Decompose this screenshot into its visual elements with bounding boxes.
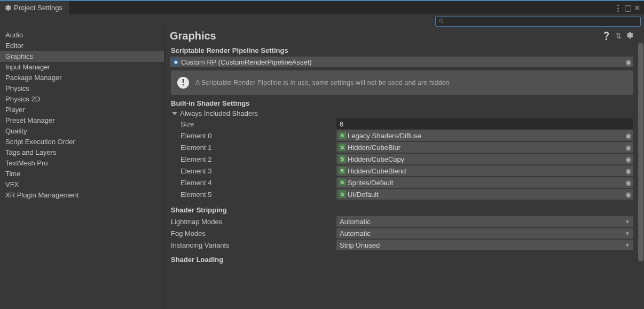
shader-icon: S <box>339 132 346 139</box>
element-value: Hidden/CubeBlend <box>348 167 406 175</box>
sidebar-item-preset-manager[interactable]: Preset Manager <box>0 115 164 126</box>
search-box[interactable] <box>435 16 641 27</box>
stripping-label-0: Lightmap Modes <box>170 218 336 226</box>
sidebar-item-tags-and-layers[interactable]: Tags and Layers <box>0 147 164 158</box>
dropdown-value: Strip Unused <box>340 241 380 249</box>
sidebar-item-time[interactable]: Time <box>0 169 164 179</box>
object-picker-icon[interactable]: ◉ <box>625 191 631 199</box>
stripping-dropdown-1[interactable]: Automatic▼ <box>336 228 633 239</box>
object-picker-icon[interactable]: ◉ <box>625 167 631 175</box>
sidebar-item-textmesh-pro[interactable]: TextMesh Pro <box>0 158 164 169</box>
sidebar-item-xr-plugin-management[interactable]: XR Plugin Management <box>0 190 164 201</box>
sidebar-item-player[interactable]: Player <box>0 105 164 115</box>
foldout-arrow-icon <box>172 112 177 115</box>
object-picker-icon[interactable]: ◉ <box>625 179 631 187</box>
kebab-icon[interactable]: ⋮ <box>614 4 621 12</box>
sidebar-item-editor[interactable]: Editor <box>0 41 164 51</box>
sidebar-item-package-manager[interactable]: Package Manager <box>0 73 164 83</box>
section-srp: Scriptable Render Pipeline Settings <box>171 46 638 54</box>
svg-line-1 <box>442 22 444 23</box>
sidebar-item-physics[interactable]: Physics <box>0 83 164 94</box>
tab-label: Project Settings <box>14 4 62 12</box>
search-row <box>0 14 644 27</box>
shader-icon: S <box>339 144 346 151</box>
section-stripping: Shader Stripping <box>171 206 638 214</box>
shader-icon: S <box>339 191 346 198</box>
sidebar-item-vfx[interactable]: VFX <box>0 179 164 190</box>
maximize-icon[interactable]: ▢ <box>624 4 632 12</box>
panel-title: Graphics <box>170 30 602 42</box>
srp-asset-field[interactable]: ◆ Custom RP (CustomRenderPipelineAsset) … <box>170 57 633 67</box>
preset-icon[interactable]: ⇅ <box>615 31 622 41</box>
sidebar-item-physics-2d[interactable]: Physics 2D <box>0 94 164 105</box>
element-label-5: Element 5 <box>170 191 336 199</box>
info-message: A Scriptable Render Pipeline is in use, … <box>195 79 450 86</box>
settings-sidebar: AudioEditorGraphicsInput ManagerPackage … <box>0 27 164 309</box>
element-field-0[interactable]: SLegacy Shaders/Diffuse◉ <box>336 130 633 141</box>
asset-icon: ◆ <box>172 58 179 66</box>
chevron-down-icon: ▼ <box>625 231 630 236</box>
info-icon: ! <box>177 77 189 89</box>
gear-icon <box>4 4 11 11</box>
help-icon[interactable]: ❔ <box>602 31 611 41</box>
srp-asset-value: Custom RP (CustomRenderPipelineAsset) <box>181 58 312 66</box>
tab-bar: Project Settings ⋮ ▢ ✕ <box>0 0 644 14</box>
foldout-always-included[interactable]: Always Included Shaders <box>170 109 336 117</box>
element-value: Hidden/CubeCopy <box>348 155 404 163</box>
element-field-2[interactable]: SHidden/CubeCopy◉ <box>336 154 633 164</box>
element-field-3[interactable]: SHidden/CubeBlend◉ <box>336 165 633 176</box>
gear-icon[interactable] <box>626 31 633 41</box>
chevron-down-icon: ▼ <box>625 219 630 225</box>
element-field-1[interactable]: SHidden/CubeBlur◉ <box>336 142 633 153</box>
object-picker-icon[interactable]: ◉ <box>625 144 631 152</box>
stripping-dropdown-0[interactable]: Automatic▼ <box>336 216 633 227</box>
size-label: Size <box>170 120 336 128</box>
element-value: UI/Default <box>348 191 379 199</box>
section-loading: Shader Loading <box>171 256 638 264</box>
search-input[interactable] <box>446 18 638 25</box>
element-label-2: Element 2 <box>170 155 336 163</box>
shader-icon: S <box>339 155 346 163</box>
sidebar-item-graphics[interactable]: Graphics <box>0 51 164 62</box>
stripping-dropdown-2[interactable]: Strip Unused▼ <box>336 240 633 250</box>
shader-icon: S <box>339 179 346 186</box>
element-label-1: Element 1 <box>170 144 336 152</box>
info-box: ! A Scriptable Render Pipeline is in use… <box>171 70 633 95</box>
sidebar-item-script-execution-order[interactable]: Script Execution Order <box>0 137 164 147</box>
dropdown-value: Automatic <box>340 229 371 237</box>
stripping-label-1: Fog Modes <box>170 229 336 237</box>
element-value: Sprites/Default <box>348 179 393 187</box>
section-builtin: Built-in Shader Settings <box>171 99 638 107</box>
object-picker-icon[interactable]: ◉ <box>625 155 631 163</box>
dropdown-value: Automatic <box>340 218 371 226</box>
sidebar-item-audio[interactable]: Audio <box>0 30 164 41</box>
element-field-4[interactable]: SSprites/Default◉ <box>336 177 633 188</box>
element-field-5[interactable]: SUI/Default◉ <box>336 189 633 200</box>
chevron-down-icon: ▼ <box>625 242 630 248</box>
sidebar-item-quality[interactable]: Quality <box>0 126 164 137</box>
scrollbar-thumb[interactable] <box>638 43 643 262</box>
settings-content: Graphics ❔ ⇅ Scriptable Render Pipeline … <box>164 27 638 309</box>
element-label-4: Element 4 <box>170 179 336 187</box>
svg-point-0 <box>439 19 443 22</box>
object-picker-icon[interactable]: ◉ <box>625 58 631 66</box>
close-icon[interactable]: ✕ <box>634 4 641 12</box>
window-controls: ⋮ ▢ ✕ <box>614 1 644 14</box>
element-value: Hidden/CubeBlur <box>348 144 400 152</box>
shader-icon: S <box>339 167 346 175</box>
tab-project-settings[interactable]: Project Settings <box>0 1 69 14</box>
element-value: Legacy Shaders/Diffuse <box>348 132 421 140</box>
element-label-0: Element 0 <box>170 132 336 140</box>
vertical-scrollbar[interactable] <box>638 27 644 309</box>
object-picker-icon[interactable]: ◉ <box>625 132 631 140</box>
sidebar-item-input-manager[interactable]: Input Manager <box>0 62 164 73</box>
element-label-3: Element 3 <box>170 167 336 175</box>
size-field[interactable]: 6 <box>336 118 633 129</box>
search-icon <box>438 18 444 24</box>
stripping-label-2: Instancing Variants <box>170 241 336 249</box>
